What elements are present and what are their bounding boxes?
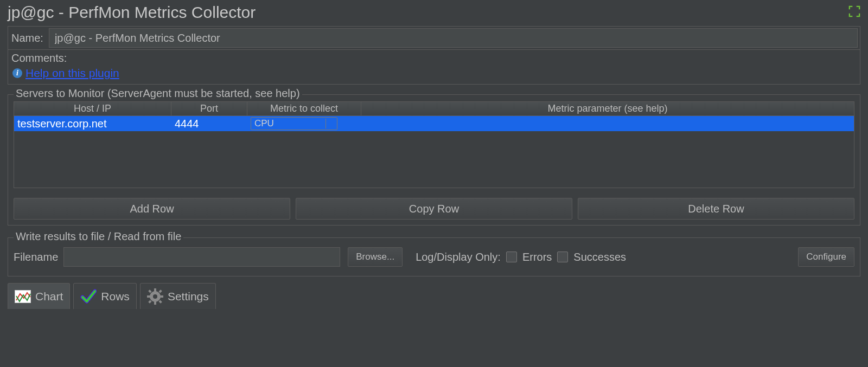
log-display-label: Log/Display Only: — [416, 251, 501, 263]
tab-settings[interactable]: Settings — [140, 283, 216, 309]
successes-checkbox[interactable] — [557, 252, 568, 262]
svg-rect-9 — [158, 300, 162, 303]
svg-rect-8 — [148, 300, 151, 303]
chart-icon — [15, 288, 31, 305]
tabbar: Chart Rows — [8, 283, 868, 309]
gear-icon — [147, 288, 163, 305]
cell-port[interactable]: 4444 — [171, 118, 247, 130]
cell-metric[interactable]: CPU — [247, 117, 361, 130]
page-title: jp@gc - PerfMon Metrics Collector — [8, 3, 256, 22]
tab-rows[interactable]: Rows — [73, 283, 137, 309]
check-icon — [80, 288, 97, 305]
info-icon: i — [12, 68, 22, 78]
add-row-button[interactable]: Add Row — [14, 198, 290, 220]
svg-rect-2 — [154, 288, 156, 292]
svg-rect-7 — [158, 289, 162, 293]
successes-label: Successes — [573, 251, 626, 263]
errors-label: Errors — [522, 251, 552, 263]
comments-label: Comments: — [11, 49, 72, 67]
servers-group-legend: Servers to Monitor (ServerAgent must be … — [14, 87, 302, 100]
svg-point-1 — [153, 294, 157, 299]
browse-button[interactable]: Browse... — [348, 247, 403, 267]
svg-rect-4 — [147, 295, 150, 298]
metric-value: CPU — [254, 118, 274, 129]
table-header: Host / IP Port Metric to collect Metric … — [14, 102, 854, 116]
cell-host[interactable]: testserver.corp.net — [14, 118, 171, 130]
help-link[interactable]: Help on this plugin — [25, 67, 119, 80]
col-port-header[interactable]: Port — [171, 102, 247, 115]
configure-button[interactable]: Configure — [798, 247, 854, 267]
tab-rows-label: Rows — [101, 290, 130, 303]
servers-group: Servers to Monitor (ServerAgent must be … — [8, 94, 860, 226]
tab-chart[interactable]: Chart — [8, 283, 70, 309]
svg-rect-3 — [154, 301, 156, 305]
tab-chart-label: Chart — [35, 290, 63, 303]
comments-block: Comments: i Help on this plugin — [8, 50, 860, 85]
filename-label: Filename — [14, 251, 58, 263]
svg-rect-5 — [160, 295, 163, 298]
svg-rect-6 — [148, 289, 151, 293]
title-bar: jp@gc - PerfMon Metrics Collector — [0, 0, 868, 26]
col-param-header[interactable]: Metric parameter (see help) — [361, 102, 854, 115]
tab-settings-label: Settings — [168, 290, 209, 303]
copy-row-button[interactable]: Copy Row — [296, 198, 572, 220]
col-metric-header[interactable]: Metric to collect — [247, 102, 361, 115]
servers-table: Host / IP Port Metric to collect Metric … — [14, 101, 854, 188]
filename-input[interactable] — [63, 247, 340, 267]
file-group-legend: Write results to file / Read from file — [14, 230, 183, 243]
file-group: Write results to file / Read from file F… — [8, 237, 860, 276]
errors-checkbox[interactable] — [506, 252, 517, 262]
name-label: Name: — [8, 29, 49, 48]
expand-icon[interactable] — [848, 5, 860, 20]
name-row: Name: — [8, 26, 860, 50]
table-row[interactable]: testserver.corp.net 4444 CPU — [14, 116, 854, 131]
col-host-header[interactable]: Host / IP — [14, 102, 171, 115]
name-input[interactable] — [49, 28, 858, 48]
metric-select[interactable]: CPU — [251, 117, 337, 130]
delete-row-button[interactable]: Delete Row — [578, 198, 854, 220]
